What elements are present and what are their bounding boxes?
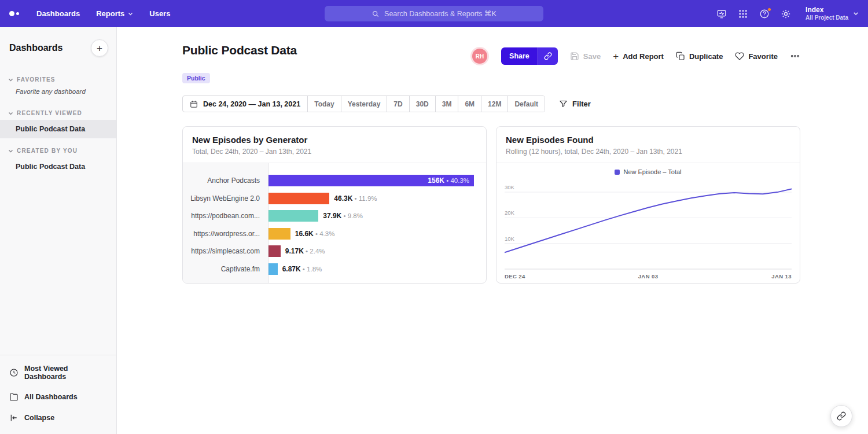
title-block: Public Podcast Data Public [182,43,297,83]
apps-grid-icon[interactable] [738,9,748,19]
save-button[interactable]: Save [570,52,601,61]
collapse-sidebar-item[interactable]: Collapse [0,407,116,428]
legend-label: New Episode – Total [623,168,681,175]
bar-category-label: https://podbean.com... [183,207,268,225]
favorite-label: Favorite [748,52,778,61]
filter-button[interactable]: Filter [559,100,591,108]
all-dashboards-item[interactable]: All Dashboards [0,387,116,407]
sidebar-title: Dashboards [9,43,62,53]
created-by-you-section: CREATED BY YOU Public Podcast Data [0,143,116,176]
date-toolbar: Dec 24, 2020 — Jan 13, 2021 TodayYesterd… [182,95,800,112]
svg-text:20K: 20K [505,209,515,216]
link-icon [837,411,846,421]
card-subtitle: Total, Dec 24th, 2020 – Jan 13th, 2021 [192,148,477,156]
folder-icon [9,392,19,402]
preset-button-default[interactable]: Default [507,96,545,112]
nav-reports[interactable]: Reports [96,9,133,18]
bar-segment[interactable] [269,245,281,257]
bar-value-label: 37.9K • 9.8% [323,212,363,220]
preset-button-12m[interactable]: 12M [481,96,507,112]
svg-text:10K: 10K [505,236,515,242]
nav-users-label: Users [149,9,170,18]
most-viewed-dashboards-item[interactable]: Most Viewed Dashboards [0,359,116,387]
search-placeholder: Search Dashboards & Reports ⌘K [384,9,496,18]
top-nav: Dashboards Reports Users [36,9,170,18]
add-dashboard-button[interactable]: + [91,39,108,57]
preset-button-30d[interactable]: 30D [409,96,435,112]
preset-button-7d[interactable]: 7D [387,96,409,112]
chart-legend[interactable]: New Episode – Total [505,168,792,175]
bar-segment[interactable] [269,193,329,204]
preset-button-today[interactable]: Today [307,96,340,112]
card-subtitle: Rolling (12 hours), total, Dec 24th, 202… [506,148,790,156]
settings-gear-icon[interactable] [781,9,791,19]
sidebar-item-public-podcast-data-created[interactable]: Public Podcast Data [0,157,116,176]
topbar: Dashboards Reports Users Search Dashboar… [0,0,868,27]
share-button-group: Share [501,47,558,65]
most-viewed-label: Most Viewed Dashboards [24,365,107,381]
bar-chart-card: New Episodes by Generator Total, Dec 24t… [182,126,487,284]
preset-button-6m[interactable]: 6M [458,96,481,112]
project-switcher[interactable]: Index All Project Data [806,6,859,22]
svg-text:JAN 03: JAN 03 [638,273,659,279]
clock-icon [9,368,19,377]
bar-chart-bars: 156K • 40.3%46.3K • 11.9%37.9K • 9.8%16.… [269,163,486,284]
search-input[interactable]: Search Dashboards & Reports ⌘K [325,6,543,21]
chevron-down-icon [8,78,13,82]
bar-row: 46.3K • 11.9% [269,190,480,208]
line-chart-card-header[interactable]: New Episodes Found Rolling (12 hours), t… [496,127,800,163]
collapse-icon [9,413,19,422]
share-button[interactable]: Share [501,47,538,65]
plus-icon: + [613,52,619,61]
all-dashboards-label: All Dashboards [24,393,78,401]
alerts-icon[interactable] [716,9,727,19]
copy-icon [676,52,685,61]
notification-dot [767,8,771,12]
bar-value-label: 16.6K • 4.3% [295,230,335,238]
collapse-label: Collapse [24,414,54,422]
sidebar-item-public-podcast-data[interactable]: Public Podcast Data [0,120,116,138]
bar-row: 156K • 40.3% [269,172,480,190]
bar-segment[interactable] [269,228,290,240]
bar-row: 9.17K • 2.4% [269,242,480,260]
avatar[interactable]: RH [472,49,487,64]
preset-button-yesterday[interactable]: Yesterday [341,96,387,112]
visibility-badge: Public [182,73,210,83]
bar-category-label: Libsyn WebEngine 2.0 [183,190,268,208]
bar-chart: Anchor PodcastsLibsyn WebEngine 2.0https… [183,163,486,284]
favorites-empty-text: Favorite any dashboard [0,86,116,101]
page-title: Public Podcast Data [182,43,297,57]
preset-button-3m[interactable]: 3M [435,96,458,112]
created-by-you-section-header[interactable]: CREATED BY YOU [0,143,116,157]
save-label: Save [583,52,601,61]
legend-swatch [615,170,620,175]
date-range-picker[interactable]: Dec 24, 2020 — Jan 13, 2021 [183,96,307,112]
funnel-icon [559,100,568,108]
duplicate-button[interactable]: Duplicate [676,52,723,61]
add-report-button[interactable]: + Add Report [613,52,664,61]
nav-reports-label: Reports [96,9,124,18]
bar-category-label: Anchor Podcasts [183,172,268,190]
bar-segment[interactable] [269,210,318,222]
bar-segment[interactable]: 156K • 40.3% [269,175,474,186]
help-icon[interactable] [759,9,770,19]
page-header: Public Podcast Data Public RH Share Save… [182,43,800,83]
recently-viewed-section-header[interactable]: RECENTLY VIEWED [0,105,116,120]
more-options-button[interactable] [790,51,800,61]
topbar-right: Index All Project Data [716,6,859,22]
favorites-section: FAVORITES Favorite any dashboard [0,72,116,101]
bar-segment[interactable] [269,263,278,275]
line-chart-svg[interactable]: 10K20K30KDEC 24JAN 03JAN 13 [505,179,792,282]
link-icon [544,52,552,60]
favorite-button[interactable]: Favorite [735,52,778,61]
card-title: New Episodes by Generator [192,135,477,145]
bar-value-label: 46.3K • 11.9% [334,194,377,203]
mixpanel-logo[interactable] [9,11,19,16]
nav-dashboards[interactable]: Dashboards [36,9,80,18]
sidebar-footer: Most Viewed Dashboards All Dashboards Co… [0,355,116,434]
copy-share-link-button[interactable] [538,47,558,65]
copy-link-fab[interactable] [830,405,852,427]
favorites-section-header[interactable]: FAVORITES [0,72,116,86]
bar-chart-card-header[interactable]: New Episodes by Generator Total, Dec 24t… [183,127,486,163]
nav-users[interactable]: Users [149,9,170,18]
